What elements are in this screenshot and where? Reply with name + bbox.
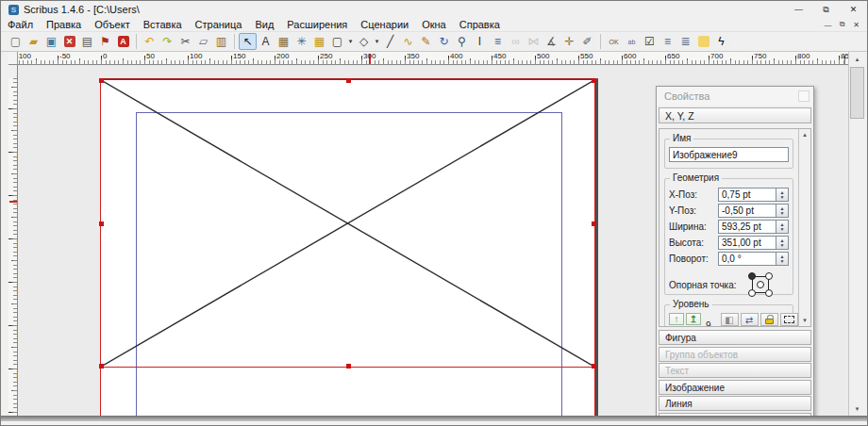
handle-middle-left[interactable] [99, 221, 104, 226]
menu-item-2[interactable]: Объект [88, 18, 136, 32]
pdf-text-annotation-icon[interactable] [694, 33, 712, 50]
copy-icon[interactable]: ▱ [194, 33, 212, 50]
menu-item-4[interactable]: Страница [189, 18, 249, 32]
scroll-up-icon[interactable]: ▴ [849, 52, 865, 66]
insert-freehand-icon[interactable]: ✎ [417, 33, 435, 50]
shape-dropdown-icon[interactable]: ▾ [346, 33, 355, 50]
handle-bottom-center[interactable] [346, 364, 351, 369]
handle-top-center[interactable] [346, 78, 351, 83]
y-pos-input[interactable]: -0,50 pt [718, 204, 776, 218]
raise-to-top-button[interactable]: ↥ [686, 313, 701, 325]
menu-item-3[interactable]: Вставка [137, 18, 189, 32]
panel-scrollbar[interactable]: ▴ ▾ [798, 129, 810, 326]
insert-render-frame-icon[interactable]: ✳ [292, 33, 310, 50]
image-frame[interactable] [100, 78, 595, 368]
ruler-origin-box[interactable] [8, 52, 18, 65]
insert-table-icon[interactable]: ▦ [310, 33, 328, 50]
vertical-ruler[interactable]: 050100150200250300350 [8, 65, 18, 416]
basepoint-center[interactable] [757, 281, 764, 288]
insert-text-frame-icon[interactable]: A [257, 33, 275, 50]
undo-icon[interactable]: ↶ [141, 33, 159, 50]
open-document-icon[interactable]: ▰ [25, 33, 42, 50]
handle-bottom-right[interactable] [592, 364, 596, 369]
lock-size-button[interactable] [780, 313, 798, 326]
handle-middle-right[interactable] [592, 221, 596, 226]
canvas-vertical-scrollbar[interactable]: ▴ ▾ [848, 52, 865, 416]
scrollbar-thumb[interactable] [850, 67, 864, 119]
pdf-push-button-icon[interactable]: OK [605, 33, 623, 50]
scroll-down-icon[interactable]: ▾ [849, 401, 865, 416]
story-editor-icon[interactable]: ≡ [489, 33, 507, 50]
handle-top-right[interactable] [592, 78, 596, 83]
handle-top-left[interactable] [99, 78, 104, 83]
object-name-input[interactable] [669, 147, 789, 162]
pdf-combo-box-icon[interactable]: ≡ [659, 33, 676, 50]
minimize-button[interactable]: — [785, 1, 812, 18]
x-pos-input[interactable]: 0,75 pt [718, 188, 776, 202]
link-text-frames-icon[interactable]: ∞ [507, 33, 525, 50]
menu-item-5[interactable]: Вид [248, 18, 280, 32]
panel-scroll-up-icon[interactable]: ▴ [799, 129, 810, 140]
polygon-dropdown-icon[interactable]: ▾ [373, 33, 381, 50]
paste-icon[interactable]: ▥ [212, 33, 230, 50]
redo-icon[interactable]: ↷ [159, 33, 176, 50]
basepoint-bottom-right[interactable] [765, 289, 773, 297]
measurements-icon[interactable]: ∡ [542, 33, 560, 50]
save-document-icon[interactable]: ▣ [42, 33, 60, 50]
pdf-link-annotation-icon[interactable]: ϟ [712, 33, 730, 50]
height-input[interactable]: 351,00 pt [718, 236, 776, 250]
print-document-icon[interactable]: ▤ [78, 33, 96, 50]
handle-bottom-left[interactable] [99, 364, 104, 369]
select-item-icon[interactable]: ↖ [239, 33, 257, 50]
section-изображение[interactable]: Изображение [659, 380, 811, 395]
flip-horizontal-image-button[interactable]: ◧ [721, 313, 739, 326]
basepoint-widget[interactable] [748, 272, 773, 297]
height-spinner[interactable]: ▲▼ [776, 236, 789, 250]
preflight-verifier-icon[interactable]: ⚑ [96, 33, 114, 50]
basepoint-top-left[interactable] [748, 272, 756, 280]
mdi-restore-button[interactable]: ⧉ [835, 19, 849, 30]
basepoint-top-right[interactable] [765, 272, 773, 280]
menu-item-1[interactable]: Правка [40, 18, 88, 32]
rotation-input[interactable]: 0,0 ° [718, 252, 776, 266]
y-pos-spinner[interactable]: ▲▼ [776, 204, 789, 218]
insert-shape-icon[interactable]: ▢ [328, 33, 346, 50]
pdf-list-box-icon[interactable]: ≣ [676, 33, 694, 50]
width-spinner[interactable]: ▲▼ [776, 220, 789, 234]
pdf-text-field-icon[interactable]: ab [623, 33, 641, 50]
rotate-item-icon[interactable]: ↻ [435, 33, 453, 50]
edit-contents-icon[interactable]: I [471, 33, 489, 50]
pdf-checkbox-icon[interactable]: ☑ [641, 33, 659, 50]
menu-item-6[interactable]: Расширения [280, 18, 354, 32]
menu-item-8[interactable]: Окна [415, 18, 453, 32]
section-фигура[interactable]: Фигура [659, 330, 811, 345]
rotation-spinner[interactable]: ▲▼ [776, 252, 789, 266]
section-линия[interactable]: Линия [659, 396, 811, 411]
new-document-icon[interactable]: ▢ [7, 33, 25, 50]
export-pdf-icon[interactable]: A [114, 33, 132, 50]
basepoint-bottom-left[interactable] [748, 289, 756, 297]
lock-object-button[interactable] [760, 313, 778, 326]
tab-xyz[interactable]: X, Y, Z [659, 107, 811, 123]
panel-title-bar[interactable]: Свойства [657, 87, 813, 106]
mdi-close-button[interactable]: ✕ [849, 19, 863, 30]
menu-item-9[interactable]: Справка [453, 18, 507, 32]
raise-level-button[interactable]: ↑ [669, 313, 684, 325]
panel-scroll-down-icon[interactable]: ▾ [799, 315, 810, 326]
close-document-icon[interactable]: ✕ [60, 33, 78, 50]
cut-icon[interactable]: ✂ [176, 33, 194, 50]
mdi-minimize-button[interactable]: — [821, 19, 835, 30]
insert-image-frame-icon[interactable]: ▦ [275, 33, 292, 50]
copy-item-properties-icon[interactable]: ✛ [560, 33, 578, 50]
menu-item-7[interactable]: Сценарии [354, 18, 415, 32]
restore-button[interactable]: ⧉ [812, 1, 840, 18]
unlink-text-frames-icon[interactable]: ⋈ [525, 33, 542, 50]
insert-line-icon[interactable]: ╱ [381, 33, 399, 50]
flip-horizontal-button[interactable]: ⇄ [741, 313, 759, 326]
menu-item-0[interactable]: Файл [1, 18, 40, 32]
close-button[interactable]: ✕ [840, 1, 867, 18]
eye-dropper-icon[interactable]: ✐ [578, 33, 596, 50]
width-input[interactable]: 593,25 pt [718, 220, 776, 234]
x-pos-spinner[interactable]: ▲▼ [776, 188, 789, 202]
horizontal-ruler[interactable]: -100-50050100150200250300350400450500550… [18, 52, 848, 65]
